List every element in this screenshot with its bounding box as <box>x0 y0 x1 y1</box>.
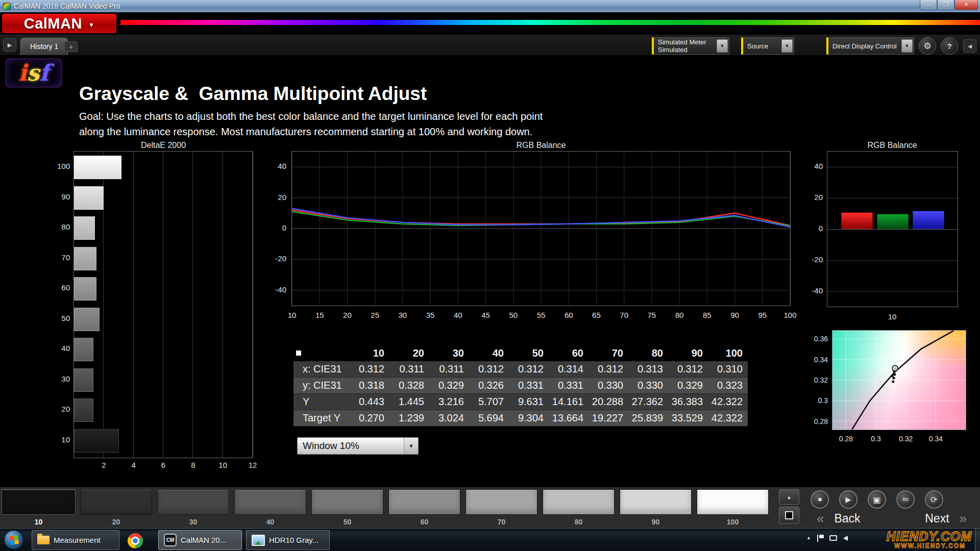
taskbar-item-measurement[interactable]: Measurement <box>32 530 119 550</box>
gridline <box>133 152 134 458</box>
network-icon[interactable] <box>829 535 837 541</box>
axis-tick-label: 80 <box>675 311 684 319</box>
deltae-bar <box>74 368 93 392</box>
source-dropdown[interactable]: Source ▼ <box>741 37 794 55</box>
axis-tick-label: 12 <box>249 461 257 469</box>
pattern-swatch-70[interactable] <box>465 489 537 515</box>
stop-button[interactable]: ■ <box>811 490 829 509</box>
minimize-button[interactable]: — <box>920 0 937 10</box>
axis-tick-label: 0 <box>819 224 823 233</box>
chevron-down-icon[interactable]: ▼ <box>781 39 793 53</box>
table-cell: 0.311 <box>429 363 469 375</box>
pattern-swatch-90[interactable] <box>620 489 692 515</box>
gridline <box>827 229 958 230</box>
pattern-swatch-30[interactable] <box>157 489 229 515</box>
pattern-swatch-50[interactable] <box>311 489 383 515</box>
gridline <box>252 152 253 458</box>
next-button[interactable]: Next » <box>901 510 971 527</box>
pattern-scroll-up-button[interactable]: ▲ <box>779 489 799 505</box>
table-cell: 27.362 <box>628 396 668 408</box>
continuous-measure-button[interactable]: ∞ <box>896 490 915 509</box>
brand-bar: CalMAN ▼ <box>0 12 980 35</box>
table-row: y: CIE310.3180.3280.3290.3260.3310.3310.… <box>293 378 748 394</box>
axis-tick-label: 10 <box>61 435 70 444</box>
pattern-swatch-label: 30 <box>189 518 198 526</box>
tab-scroll-button[interactable]: ▶ <box>3 38 16 52</box>
play-button[interactable]: ▶ <box>839 490 857 509</box>
table-cell: 0.314 <box>549 363 589 375</box>
chevron-left-icon: « <box>817 511 824 527</box>
add-tab-button[interactable]: + <box>64 41 78 52</box>
taskbar-item-hdr10[interactable]: HDR10 Gray... <box>246 530 330 550</box>
table-cell: 0.329 <box>429 380 469 391</box>
axis-tick-label: 20 <box>343 311 352 319</box>
pattern-swatch-100[interactable] <box>697 489 769 515</box>
hidden-icons-chevron[interactable]: ▲ <box>806 535 811 540</box>
table-header-row: 102030405060708090100 <box>293 345 748 361</box>
window-size-value: Window 10% <box>303 440 359 452</box>
axis-tick-label: 8 <box>191 461 195 469</box>
pattern-swatch-80[interactable] <box>543 489 615 515</box>
table-col-header: 70 <box>589 347 628 359</box>
isf-logo: i s f <box>5 58 62 88</box>
meter-line2: Simulated <box>658 46 706 54</box>
table-row-label: y: CIE31 <box>293 380 350 391</box>
axis-tick-label: 30 <box>399 311 407 319</box>
deltae-plot <box>74 151 253 458</box>
arrow-right-icon: ▶ <box>8 42 12 48</box>
rgb-line-plot <box>291 151 791 306</box>
taskbar-item-calman[interactable]: CM CalMAN 20... <box>158 530 242 550</box>
chevron-up-icon: ▲ <box>787 494 792 500</box>
page-title: Grayscale & Gamma Multipoint Adjust <box>79 83 427 105</box>
pattern-swatch-label: 80 <box>575 518 583 526</box>
axis-tick-label: 10 <box>218 461 227 469</box>
help-button[interactable]: ? <box>941 37 958 55</box>
tab-history-1[interactable]: History 1 <box>20 38 68 55</box>
gridline <box>827 260 958 261</box>
axis-tick-label: 2 <box>102 461 106 469</box>
gridline <box>827 198 958 198</box>
volume-icon[interactable] <box>843 536 848 541</box>
table-cell: 9.304 <box>509 412 549 424</box>
deltae-bar <box>74 338 93 361</box>
watermark-line-2: WWW.HIENDY.COM <box>894 542 966 549</box>
pattern-swatch-20[interactable] <box>80 489 152 515</box>
axis-tick-label: -40 <box>275 285 286 294</box>
axis-tick-label: 40 <box>61 344 70 353</box>
pattern-swatch-60[interactable] <box>388 489 460 515</box>
maximize-button[interactable]: ❐ <box>937 0 954 10</box>
start-button[interactable] <box>4 530 23 549</box>
meter-dropdown[interactable]: Simulated Meter Simulated ▼ <box>652 37 729 55</box>
action-center-flag-icon[interactable] <box>817 535 823 542</box>
refresh-button[interactable]: ⟳ <box>925 490 943 509</box>
pattern-window-button[interactable] <box>779 507 799 524</box>
window-pattern-icon <box>785 511 793 519</box>
gridline <box>827 291 958 292</box>
table-row-label: Y <box>293 396 350 408</box>
pattern-swatch-40[interactable] <box>234 489 306 515</box>
show-desktop-button[interactable] <box>975 528 980 551</box>
pattern-swatch-10[interactable] <box>2 489 76 515</box>
chevron-down-icon[interactable]: ▼ <box>404 438 418 454</box>
table-row: x: CIE310.3120.3110.3110.3120.3120.3140.… <box>293 361 748 378</box>
display-control-dropdown[interactable]: Direct Display Control ▼ <box>826 37 914 55</box>
back-button[interactable]: « Back <box>813 510 882 527</box>
collapse-panel-button[interactable]: ◀ <box>963 39 976 53</box>
save-button[interactable]: ▣ <box>868 490 886 509</box>
window-size-dropdown[interactable]: Window 10% ▼ <box>297 437 419 455</box>
settings-button[interactable]: ⚙ <box>919 37 936 55</box>
chevron-down-icon[interactable]: ▼ <box>717 39 728 53</box>
axis-tick-label: 65 <box>592 311 601 319</box>
table-col-header: 90 <box>668 347 708 359</box>
calman-logo-menu[interactable]: CalMAN ▼ <box>2 14 116 33</box>
table-cell: 0.330 <box>589 380 628 391</box>
chevron-down-icon[interactable]: ▼ <box>901 39 913 53</box>
chrome-icon[interactable] <box>128 533 143 548</box>
table-row: Y0.4431.4453.2165.7079.63114.16120.28827… <box>293 394 748 410</box>
table-cell: 14.161 <box>549 396 589 408</box>
close-button[interactable]: ✕ <box>954 0 978 10</box>
pattern-swatch-label: 20 <box>112 518 120 526</box>
table-cell: 0.312 <box>350 363 389 375</box>
pattern-swatch-label: 10 <box>35 518 43 526</box>
table-col-header: 100 <box>708 347 748 359</box>
